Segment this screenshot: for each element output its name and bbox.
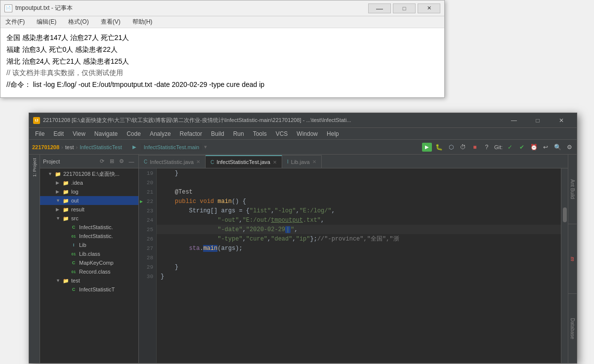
tree-root[interactable]: ▼ 📁 221701208 E:\桌面快... [40, 169, 138, 178]
tree-idea[interactable]: ▶ 📁 .idea [40, 178, 138, 187]
gutter-25: 25 [139, 225, 156, 234]
toolbar-settings-icon[interactable]: ▶ [130, 143, 139, 152]
ij-app-icon: IJ [33, 117, 40, 124]
toolbar-settings-gear[interactable]: ⚙ [565, 143, 574, 152]
gutter-24: 24 [139, 215, 156, 225]
breadcrumb-test[interactable]: test [65, 144, 74, 150]
gutter-19: 19 [139, 168, 156, 178]
tree-result[interactable]: ▶ 📁 result [40, 205, 138, 214]
tab-infectstatistic-icon: C [144, 159, 147, 164]
ij-menu-window[interactable]: Window [293, 128, 322, 139]
notepad-line-4: // 该文档并非真实数据，仅供测试使用 [6, 67, 438, 79]
notepad-maximize-btn[interactable]: □ [393, 3, 416, 13]
tree-idea-label: .idea [71, 180, 83, 186]
gutter-26: 26 [139, 234, 156, 243]
ant-build-panel[interactable]: Ant Build [568, 155, 577, 224]
infectstatistictest-icon: C [70, 285, 78, 293]
breadcrumb-file[interactable]: InfectStatisticTest [80, 144, 122, 150]
profile-icon[interactable]: ⏱ [459, 143, 467, 152]
tree-src[interactable]: ▼ 📁 src [40, 214, 138, 223]
ij-menu-run[interactable]: Run [229, 128, 248, 139]
ij-maximize-btn[interactable]: □ [526, 115, 549, 126]
help-icon[interactable]: ? [482, 143, 491, 152]
src-folder-icon: 📁 [62, 214, 70, 222]
tree-mapkeycomp[interactable]: C MapKeyComp [40, 258, 138, 267]
ij-menu-help[interactable]: Help [323, 128, 343, 139]
panel-sync-icon[interactable]: ⟳ [98, 158, 106, 165]
tree-infectstatistic-java[interactable]: C InfectStatistic. [40, 223, 138, 232]
notepad-menu-view[interactable]: 查看(V) [98, 18, 124, 26]
notepad-menu-edit[interactable]: 编辑(E) [34, 18, 59, 26]
tree-record-class[interactable]: 01 Record.class [40, 267, 138, 276]
ij-editor-area: C InfectStatistic.java ✕ C InfectStatist… [139, 155, 568, 363]
maven-panel[interactable]: m [568, 224, 577, 294]
ij-menu-analyze[interactable]: Analyze [146, 128, 175, 139]
ij-menu-view[interactable]: View [69, 128, 89, 139]
ij-menu-vcs[interactable]: VCS [272, 128, 292, 139]
tree-src-label: src [71, 215, 79, 221]
tab-infectstatistictest-close[interactable]: ✕ [273, 160, 277, 165]
tree-out[interactable]: ▼ 📁 out [40, 196, 138, 205]
search-everywhere-icon[interactable]: 🔍 [553, 143, 562, 152]
maven-label[interactable]: m [568, 254, 577, 264]
tab-infectstatistictest[interactable]: C InfectStatisticTest.java ✕ [206, 155, 282, 168]
tree-lib[interactable]: I Lib [40, 241, 138, 249]
ij-title: 221701208 [E:\桌面快捷文件\大三下\软工实践\博客园\第二次作业-… [43, 117, 351, 124]
ij-menu-file[interactable]: File [31, 128, 48, 139]
stop-icon[interactable]: ■ [470, 143, 479, 152]
ij-menu-code[interactable]: Code [123, 128, 145, 139]
ij-menu-edit[interactable]: Edit [49, 128, 68, 139]
tab-lib[interactable]: I Lib.java ✕ [282, 155, 322, 168]
git-rollback-icon[interactable]: ↩ [541, 143, 550, 152]
ij-code-content[interactable]: } @Test ▶ public void main() { [157, 168, 561, 363]
tree-test[interactable]: ▼ 📁 test [40, 276, 138, 285]
git-check-icon[interactable]: ✓ [506, 143, 514, 152]
git-history-icon[interactable]: ⏰ [529, 143, 538, 152]
ij-menubar: File Edit View Navigate Code Analyze Ref… [29, 128, 577, 140]
panel-settings-icon[interactable]: ⚙ [118, 158, 126, 165]
notepad-menu-help[interactable]: 帮助(H) [129, 18, 156, 26]
code-line-29: } [157, 262, 561, 272]
ij-gutter: 19 20 21 ▶ 22 23 24 25 26 27 28 29 30 [139, 168, 157, 363]
database-panel[interactable]: Database [568, 294, 577, 363]
tree-lib-class[interactable]: 01 Lib.class [40, 249, 138, 258]
ij-menu-refactor[interactable]: Refactor [176, 128, 206, 139]
gutter-27: 27 [139, 243, 156, 253]
breadcrumb-root[interactable]: 221701208 [32, 144, 59, 150]
tab-lib-close[interactable]: ✕ [312, 159, 316, 164]
git-tick-icon[interactable]: ✔ [517, 143, 526, 152]
ij-menu-navigate[interactable]: Navigate [90, 128, 122, 139]
ant-build-label[interactable]: Ant Build [568, 176, 577, 202]
panel-close-icon[interactable]: — [127, 158, 135, 165]
debug-icon[interactable]: 🐛 [435, 143, 444, 152]
notepad-minimize-btn[interactable]: — [368, 3, 391, 13]
notepad-close-btn[interactable]: ✕ [418, 3, 440, 13]
ij-menu-build[interactable]: Build [207, 128, 228, 139]
tree-infectstatistictest[interactable]: C InfectStatisticT [40, 285, 138, 294]
notepad-line-3: 湖北 治愈24人 死亡21人 感染患者125人 [6, 56, 438, 68]
tab-infectstatistic[interactable]: C InfectStatistic.java ✕ [139, 155, 206, 168]
run-button[interactable]: ▶ [422, 143, 432, 152]
gutter-30: 30 [139, 272, 156, 281]
ij-scrollbar[interactable] [561, 168, 568, 363]
coverage-icon[interactable]: ⬡ [447, 143, 456, 152]
notepad-menu-file[interactable]: 文件(F) [2, 18, 28, 26]
code-line-30: } [157, 272, 561, 281]
ij-minimize-btn[interactable]: — [503, 115, 525, 126]
run-arrow-icon[interactable]: ▶ [140, 199, 143, 204]
panel-expand-icon[interactable]: ⊞ [108, 158, 116, 165]
notepad-menu-format[interactable]: 格式(O) [65, 18, 91, 26]
run-config-dropdown[interactable]: InfectStatisticTest.main [141, 144, 203, 151]
notepad-line-1: 全国 感染患者147人 治愈27人 死亡21人 [6, 32, 438, 44]
tree-log[interactable]: ▶ 📁 log [40, 187, 138, 196]
sidebar-project-label[interactable]: 1: Project [32, 158, 37, 177]
ij-close-btn[interactable]: ✕ [550, 115, 573, 126]
ij-menu-tools[interactable]: Tools [249, 128, 271, 139]
tab-infectstatistic-close[interactable]: ✕ [196, 159, 200, 164]
code-line-22: ▶ public void main() { [157, 197, 561, 206]
database-label[interactable]: Database [568, 315, 577, 342]
record-class-icon: 01 [70, 268, 78, 276]
tree-infectstatistic-class[interactable]: 01 InfectStatistic. [40, 232, 138, 241]
infectstatistic-java-icon: C [70, 223, 78, 231]
lib-icon: I [70, 241, 78, 249]
